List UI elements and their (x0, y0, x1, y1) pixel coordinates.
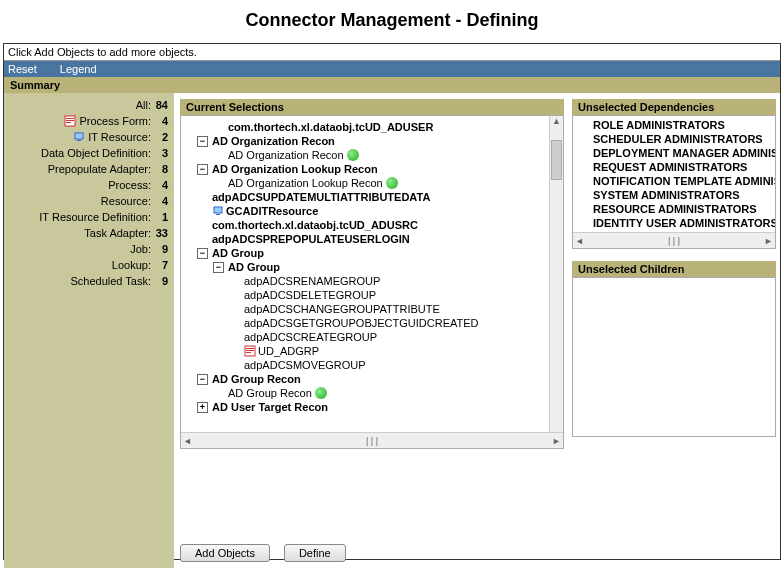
summary-count: 9 (154, 275, 168, 287)
itres-icon (212, 205, 224, 217)
dependency-item[interactable]: DEPLOYMENT MANAGER ADMINISTRATORS (577, 146, 771, 160)
svg-rect-3 (66, 122, 71, 123)
summary-count: 9 (154, 243, 168, 255)
tree-node-label: adpADCSCHANGEGROUPATTRIBUTE (244, 303, 440, 315)
tree-node-label: AD Organization Lookup Recon (212, 163, 378, 175)
summary-row[interactable]: Prepopulate Adapter:8 (8, 161, 168, 177)
summary-row[interactable]: Lookup:7 (8, 257, 168, 273)
tree-node[interactable]: adpADCSCREATEGROUP (183, 330, 561, 344)
unselected-dependencies-list[interactable]: ROLE ADMINISTRATORSSCHEDULER ADMINISTRAT… (572, 115, 776, 249)
dependency-item[interactable]: SYSTEM ADMINISTRATORS (577, 188, 771, 202)
tree-node[interactable]: GCADITResource (183, 204, 561, 218)
summary-sidebar: All:84Process Form:4IT Resource:2Data Ob… (4, 93, 174, 568)
summary-row[interactable]: Task Adapter:33 (8, 225, 168, 241)
legend-link[interactable]: Legend (60, 63, 97, 75)
summary-label: Scheduled Task: (70, 275, 151, 287)
tree-node[interactable]: adpADCSRENAMEGROUP (183, 274, 561, 288)
collapse-icon[interactable]: − (197, 136, 208, 147)
form-icon (244, 345, 256, 357)
unselected-children-header: Unselected Children (572, 261, 776, 277)
summary-row[interactable]: Process:4 (8, 177, 168, 193)
reset-link[interactable]: Reset (8, 63, 37, 75)
recon-icon (315, 387, 327, 399)
recon-icon (347, 149, 359, 161)
collapse-icon[interactable]: − (213, 262, 224, 273)
tree-node[interactable]: adpADCSUPDATEMULTIATTRIBUTEDATA (183, 190, 561, 204)
summary-count: 2 (154, 131, 168, 143)
summary-row[interactable]: Scheduled Task:9 (8, 273, 168, 289)
tree-vertical-scrollbar[interactable]: ▲ (549, 116, 563, 432)
svg-rect-4 (75, 133, 83, 139)
tree-node-label: adpADCSGETGROUPOBJECTGUIDCREATED (244, 317, 479, 329)
tree-node[interactable]: com.thortech.xl.dataobj.tcUD_ADUSER (183, 120, 561, 134)
tree-node[interactable]: AD Group Recon (183, 386, 561, 400)
tree-node-label: AD Organization Recon (212, 135, 335, 147)
deps-horizontal-scrollbar[interactable]: ◄| | |► (573, 232, 775, 248)
hint-text: Click Add Objects to add more objects. (4, 44, 780, 61)
dependency-item[interactable]: NOTIFICATION TEMPLATE ADMINISTRATORS (577, 174, 771, 188)
summary-row[interactable]: Data Object Definition:3 (8, 145, 168, 161)
tree-node[interactable]: −AD Group (183, 246, 561, 260)
collapse-icon[interactable]: − (197, 374, 208, 385)
summary-label: IT Resource: (88, 131, 151, 143)
tree-node[interactable]: +AD User Target Recon (183, 400, 561, 414)
button-row: Add Objects Define (180, 538, 564, 568)
tree-node[interactable]: AD Organization Lookup Recon (183, 176, 561, 190)
collapse-icon[interactable]: − (197, 164, 208, 175)
summary-row[interactable]: Job:9 (8, 241, 168, 257)
expand-icon[interactable]: + (197, 402, 208, 413)
summary-row[interactable]: Process Form:4 (8, 113, 168, 129)
tree-node-label: UD_ADGRP (258, 345, 319, 357)
tree-node[interactable]: −AD Organization Lookup Recon (183, 162, 561, 176)
tree-node[interactable]: adpADCSGETGROUPOBJECTGUIDCREATED (183, 316, 561, 330)
dependency-item[interactable]: RESOURCE ADMINISTRATORS (577, 202, 771, 216)
main-frame: Click Add Objects to add more objects. R… (3, 43, 781, 560)
tree-node[interactable]: adpADCSPREPOPULATEUSERLOGIN (183, 232, 561, 246)
tree-node[interactable]: adpADCSMOVEGROUP (183, 358, 561, 372)
summary-label: IT Resource Definition: (39, 211, 151, 223)
dependency-item[interactable]: SCHEDULER ADMINISTRATORS (577, 132, 771, 146)
dependency-item[interactable]: IDENTITY USER ADMINISTRATORS (577, 216, 771, 230)
tree-node-label: com.thortech.xl.dataobj.tcUD_ADUSRC (212, 219, 418, 231)
dependency-item[interactable]: ROLE ADMINISTRATORS (577, 118, 771, 132)
summary-row[interactable]: All:84 (8, 97, 168, 113)
collapse-icon[interactable]: − (197, 248, 208, 259)
svg-rect-11 (246, 352, 251, 353)
summary-row[interactable]: IT Resource:2 (8, 129, 168, 145)
unselected-children-panel (572, 277, 776, 437)
tree-node-label: adpADCSPREPOPULATEUSERLOGIN (212, 233, 410, 245)
summary-count: 1 (154, 211, 168, 223)
recon-icon (386, 177, 398, 189)
summary-count: 8 (154, 163, 168, 175)
tree-node[interactable]: adpADCSCHANGEGROUPATTRIBUTE (183, 302, 561, 316)
summary-count: 4 (154, 195, 168, 207)
summary-row[interactable]: Resource:4 (8, 193, 168, 209)
summary-label: Task Adapter: (84, 227, 151, 239)
tree-node[interactable]: AD Organization Recon (183, 148, 561, 162)
summary-label: Process: (108, 179, 151, 191)
current-selections-tree[interactable]: com.thortech.xl.dataobj.tcUD_ADUSER−AD O… (180, 115, 564, 449)
svg-rect-2 (66, 120, 74, 121)
summary-label: Process Form: (79, 115, 151, 127)
define-button[interactable]: Define (284, 544, 346, 562)
unselected-dependencies-header: Unselected Dependencies (572, 99, 776, 115)
tree-horizontal-scrollbar[interactable]: ◄| | |► (181, 432, 563, 448)
summary-header: Summary (4, 77, 780, 93)
tree-node[interactable]: −AD Organization Recon (183, 134, 561, 148)
tree-node-label: AD Group Recon (228, 387, 312, 399)
itres-icon (73, 131, 85, 143)
tree-node[interactable]: −AD Group (183, 260, 561, 274)
summary-label: Job: (130, 243, 151, 255)
tree-node[interactable]: −AD Group Recon (183, 372, 561, 386)
tree-node[interactable]: com.thortech.xl.dataobj.tcUD_ADUSRC (183, 218, 561, 232)
add-objects-button[interactable]: Add Objects (180, 544, 270, 562)
tree-node[interactable]: UD_ADGRP (183, 344, 561, 358)
summary-count: 84 (154, 99, 168, 111)
summary-row[interactable]: IT Resource Definition:1 (8, 209, 168, 225)
dependency-item[interactable]: REQUEST ADMINISTRATORS (577, 160, 771, 174)
tree-node-label: adpADCSRENAMEGROUP (244, 275, 380, 287)
current-selections-header: Current Selections (180, 99, 564, 115)
svg-rect-7 (216, 214, 220, 215)
tree-node[interactable]: adpADCSDELETEGROUP (183, 288, 561, 302)
tree-node-label: AD Group (228, 261, 280, 273)
